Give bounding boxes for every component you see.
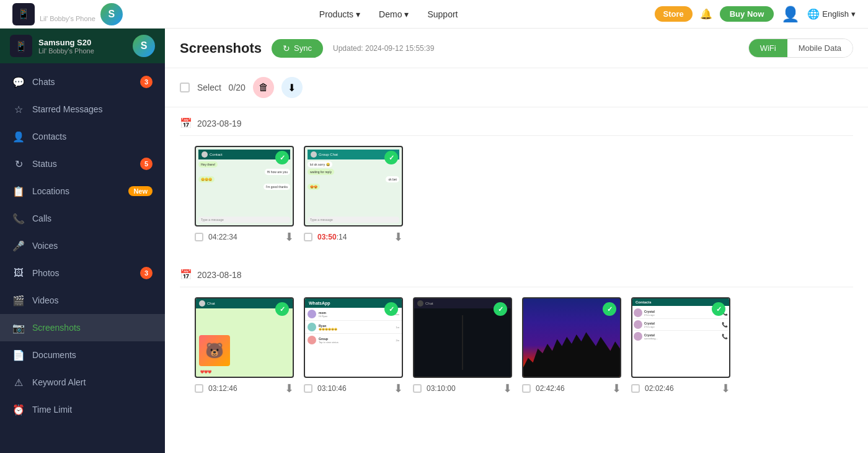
download-icon[interactable]: ⬇ <box>285 230 294 244</box>
sidebar-label: Contacts <box>32 132 153 141</box>
whatsapp-badge: ✓ <box>712 302 725 316</box>
screenshot-checkbox[interactable] <box>195 233 203 241</box>
sidebar-label: Locations <box>32 186 128 196</box>
screenshot-thumbnail[interactable]: ✓ Contacts Crystal 2 hrs ago <box>631 297 730 378</box>
screenshot-card: ✓ Group Chat lol ok sorry 😂 waiting for … <box>304 146 403 244</box>
whatsapp-badge: ✓ <box>275 151 289 164</box>
sidebar-label: Chats <box>32 77 140 87</box>
mobile-data-button[interactable]: Mobile Data <box>787 39 852 57</box>
sidebar-item-voices[interactable]: 🎤 Voices <box>0 232 165 259</box>
device-phone-label: Lil' Bobby's Phone <box>40 15 95 22</box>
select-all-checkbox[interactable] <box>180 83 190 92</box>
sidebar-item-screenshots[interactable]: 📷 Screenshots <box>0 314 165 341</box>
whatsapp-badge: ✓ <box>494 302 507 316</box>
sidebar-item-videos[interactable]: 🎬 Videos <box>0 287 165 314</box>
locations-new-badge: New <box>128 186 153 196</box>
keyword-alert-icon: ⚠ <box>12 376 25 388</box>
download-icon[interactable]: ⬇ <box>503 382 512 395</box>
main-layout: 📱 Samsung S20 Lil' Bobby's Phone S 💬 Cha… <box>0 29 868 453</box>
whatsapp-badge: ✓ <box>603 302 616 316</box>
device-avatar: S <box>100 3 123 25</box>
screenshot-card: ✓ 02:42:46 ⬇ <box>522 297 621 395</box>
sidebar-item-time-limit[interactable]: ⏰ Time Limit <box>0 396 165 423</box>
sidebar-item-locations[interactable]: 📋 Locations New <box>0 177 165 205</box>
main-content: Screenshots ↻ Sync Updated: 2024-09-12 1… <box>165 29 868 453</box>
sidebar-item-keyword-alert[interactable]: ⚠ Keyword Alert <box>0 369 165 396</box>
screenshot-checkbox[interactable] <box>304 384 312 393</box>
user-icon[interactable]: 👤 <box>781 6 800 23</box>
select-label: Select 0/20 <box>197 83 246 92</box>
whatsapp-badge: ✓ <box>275 302 289 316</box>
screenshot-thumbnail[interactable]: ✓ Contact Hey there! Hi how are you 😊😊😊 <box>195 146 294 226</box>
trash-icon: 🗑 <box>259 82 268 93</box>
sidebar: 📱 Samsung S20 Lil' Bobby's Phone S 💬 Cha… <box>0 29 165 453</box>
whatsapp-badge: ✓ <box>384 302 398 316</box>
delete-button[interactable]: 🗑 <box>253 77 274 98</box>
download-icon[interactable]: ⬇ <box>612 382 621 395</box>
screenshot-checkbox[interactable] <box>631 384 640 393</box>
chevron-down-icon: ▾ <box>356 9 360 19</box>
sidebar-item-calls[interactable]: 📞 Calls <box>0 205 165 232</box>
buy-now-button[interactable]: Buy Now <box>720 6 774 22</box>
screenshot-checkbox[interactable] <box>413 384 422 393</box>
download-icon[interactable]: ⬇ <box>721 382 730 395</box>
nav-demo[interactable]: Demo ▾ <box>379 9 409 19</box>
screenshot-checkbox[interactable] <box>304 233 312 241</box>
sidebar-label: Calls <box>32 213 153 223</box>
sync-icon: ↻ <box>283 43 290 53</box>
sidebar-item-chats[interactable]: 💬 Chats 3 <box>0 68 165 96</box>
screenshot-checkbox[interactable] <box>195 384 203 393</box>
updated-timestamp: Updated: 2024-09-12 15:55:39 <box>333 44 434 53</box>
screenshot-card: ✓ Contacts Crystal 2 hrs ago <box>631 297 730 395</box>
download-icon[interactable]: ⬇ <box>394 382 403 395</box>
connection-toggle: WiFi Mobile Data <box>748 38 853 58</box>
screenshot-thumbnail[interactable]: ✓ <box>522 297 621 378</box>
screenshot-time: 02:42:46 <box>536 384 607 393</box>
screenshot-time: 04:22:34 <box>208 233 280 241</box>
videos-icon: 🎬 <box>12 294 25 307</box>
screenshot-checkbox[interactable] <box>522 384 531 393</box>
screenshot-thumbnail[interactable]: ✓ Chat 🐻 ❤️❤️❤️ <box>195 297 294 378</box>
sidebar-label: Videos <box>32 295 153 305</box>
status-icon: ↻ <box>12 158 25 170</box>
download-all-button[interactable]: ⬇ <box>281 77 303 98</box>
notification-bell[interactable]: 🔔 <box>700 8 712 20</box>
device-selector[interactable]: 📱 Samsung S20 Lil' Bobby's Phone S <box>12 3 123 25</box>
locations-icon: 📋 <box>12 185 25 197</box>
bell-icon: 🔔 <box>700 9 712 19</box>
screenshot-card: ✓ WhatsApp mom Hi Ryan <box>304 297 403 395</box>
sidebar-device-model: Samsung S20 <box>38 38 94 47</box>
wifi-button[interactable]: WiFi <box>749 39 787 57</box>
download-icon[interactable]: ⬇ <box>285 382 294 395</box>
nav-support[interactable]: Support <box>427 9 458 19</box>
sidebar-item-status[interactable]: ↻ Status 5 <box>0 150 165 177</box>
sidebar-item-contacts[interactable]: 👤 Contacts <box>0 123 165 150</box>
screenshot-card: ✓ Contact Hey there! Hi how are you 😊😊😊 <box>195 146 294 244</box>
sidebar-item-photos[interactable]: 🖼 Photos 3 <box>0 259 165 287</box>
screenshot-time: 03:12:46 <box>208 384 280 393</box>
photos-icon: 🖼 <box>12 267 25 279</box>
sidebar-item-starred[interactable]: ☆ Starred Messages <box>0 96 165 123</box>
screenshot-thumbnail[interactable]: ✓ Group Chat lol ok sorry 😂 waiting for … <box>304 146 403 226</box>
screenshot-time: 03:50:14 <box>317 233 389 241</box>
screenshot-time: 03:10:46 <box>317 384 389 393</box>
sidebar-label: Starred Messages <box>32 104 153 114</box>
screenshot-thumbnail[interactable]: ✓ WhatsApp mom Hi Ryan <box>304 297 403 378</box>
sidebar-label: Documents <box>32 350 153 360</box>
language-selector[interactable]: 🌐 English ▾ <box>807 8 856 20</box>
nav-products[interactable]: Products ▾ <box>319 9 360 19</box>
date-text: 2023-08-19 <box>197 119 242 128</box>
chevron-down-icon: ▾ <box>851 9 856 19</box>
sync-button[interactable]: ↻ Sync <box>272 39 323 58</box>
calls-icon: 📞 <box>12 212 25 225</box>
screenshot-thumbnail[interactable]: ✓ Chat <box>413 297 512 378</box>
page-title: Screenshots <box>180 40 262 56</box>
download-icon[interactable]: ⬇ <box>394 230 403 244</box>
top-navigation: 📱 Samsung S20 Lil' Bobby's Phone S Produ… <box>0 0 868 29</box>
sidebar-item-documents[interactable]: 📄 Documents <box>0 341 165 369</box>
screenshot-card: ✓ Chat 🐻 ❤️❤️❤️ <box>195 297 294 395</box>
status-badge: 5 <box>140 158 153 170</box>
store-button[interactable]: Store <box>655 6 693 22</box>
chats-badge: 3 <box>140 76 153 88</box>
screenshots-icon: 📷 <box>12 321 25 334</box>
